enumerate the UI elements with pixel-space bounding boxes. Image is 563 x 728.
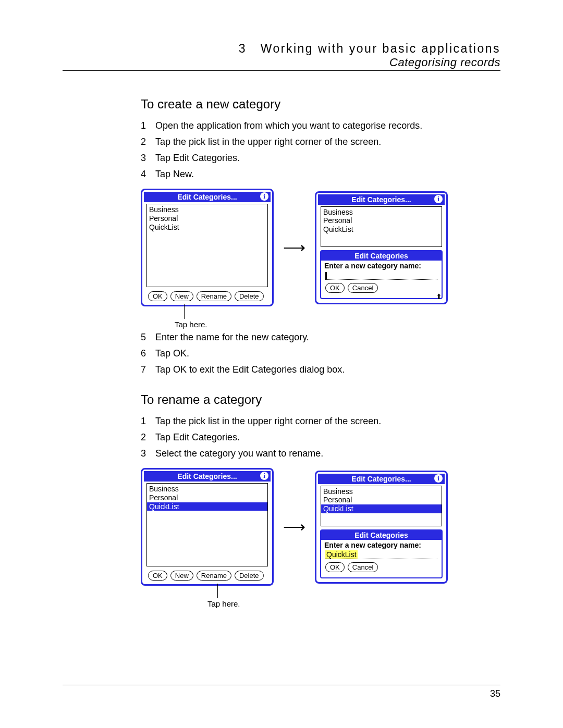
palm-title: Edit Categories... i — [144, 471, 271, 482]
delete-button[interactable]: Delete — [235, 571, 264, 581]
ok-button[interactable]: OK — [148, 571, 167, 581]
rename-button[interactable]: Rename — [197, 571, 231, 581]
step-text: Tap OK. — [155, 347, 189, 361]
subdialog-prompt: Enter a new category name: — [321, 540, 442, 549]
step-text: Enter the name for the new category. — [155, 330, 309, 344]
list-item[interactable]: Business — [323, 487, 439, 496]
list-item[interactable]: Business — [149, 485, 265, 493]
delete-button[interactable]: Delete — [235, 291, 264, 301]
info-icon[interactable]: i — [260, 472, 268, 480]
category-name-input[interactable] — [325, 271, 437, 280]
caption-line-1: Tap here. — [141, 310, 500, 330]
content-body: To create a new category 1Open the appli… — [141, 97, 500, 610]
steps-create-1: 1Open the application from which you wan… — [141, 119, 500, 181]
info-icon[interactable]: i — [260, 192, 268, 201]
palm-title: Edit Categories... i — [318, 194, 445, 205]
palm-title: Edit Categories... i — [144, 192, 271, 202]
caption-line-2: Tap here. — [141, 589, 500, 610]
ok-button[interactable]: OK — [325, 283, 345, 293]
palm-dialog-left-1: Edit Categories... i Business Personal Q… — [141, 189, 274, 306]
list-item[interactable]: QuickList — [323, 225, 439, 234]
ok-button[interactable]: OK — [148, 291, 167, 301]
caption-tap-here: Tap here. — [207, 599, 240, 608]
steps-create-2: 5Enter the name for the new category. 6T… — [141, 330, 500, 377]
caption-tap-here: Tap here. — [175, 320, 207, 329]
step-text: Tap Edit Categories. — [155, 430, 240, 445]
category-list[interactable]: Business Personal QuickList — [146, 483, 268, 566]
list-item-selected[interactable]: QuickList — [147, 502, 267, 511]
subdialog-title: Edit Categories — [321, 251, 442, 261]
arrow-right-icon: ⟶ — [283, 240, 305, 255]
new-button[interactable]: New — [170, 291, 193, 301]
chapter-subtitle: Categorising records — [63, 56, 500, 69]
palm-subdialog: Edit Categories Enter a new category nam… — [320, 250, 443, 299]
step-text: Tap New. — [155, 167, 194, 181]
info-icon[interactable]: i — [434, 474, 443, 483]
list-item[interactable]: Personal — [149, 214, 265, 223]
chapter-number: 3 — [239, 42, 247, 55]
step-text: Tap the pick list in the upper right cor… — [155, 135, 381, 149]
info-icon[interactable]: i — [434, 195, 443, 203]
subdialog-title: Edit Categories — [321, 530, 442, 540]
step-text: Open the application from which you want… — [155, 119, 422, 133]
rename-button[interactable]: Rename — [197, 291, 231, 301]
category-list[interactable]: Business Personal QuickList — [321, 206, 442, 247]
ok-button[interactable]: OK — [325, 562, 345, 572]
chapter-title: Working with your basic applications — [261, 42, 500, 55]
steps-rename: 1Tap the pick list in the upper right co… — [141, 414, 500, 461]
step-text: Tap Edit Categories. — [155, 151, 240, 165]
section-heading-rename: To rename a category — [141, 392, 500, 407]
shift-indicator-icon: ⬆ — [436, 292, 442, 301]
category-name-input[interactable]: QuickList — [325, 550, 437, 559]
category-list[interactable]: Business Personal QuickList — [321, 486, 442, 526]
palm-title: Edit Categories... i — [318, 474, 445, 484]
list-item[interactable]: Personal — [323, 496, 439, 504]
palm-dialog-right-1: Edit Categories... i Business Personal Q… — [315, 191, 448, 304]
category-list[interactable]: Business Personal QuickList — [146, 204, 268, 287]
subdialog-prompt: Enter a new category name: — [321, 261, 442, 270]
cancel-button[interactable]: Cancel — [348, 562, 378, 572]
step-text: Tap OK to exit the Edit Categories dialo… — [155, 363, 345, 377]
new-button[interactable]: New — [170, 571, 193, 581]
palm-dialog-right-2: Edit Categories... i Business Personal Q… — [315, 471, 448, 584]
list-item[interactable]: Business — [149, 205, 265, 214]
figure-row-2: Edit Categories... i Business Personal Q… — [141, 468, 500, 586]
page-header: 3 Working with your basic applications C… — [63, 42, 500, 71]
list-item[interactable]: Business — [323, 208, 439, 217]
step-text: Select the category you want to rename. — [155, 447, 323, 461]
step-text: Tap the pick list in the upper right cor… — [155, 414, 381, 428]
cancel-button[interactable]: Cancel — [348, 283, 378, 293]
figure-row-1: Edit Categories... i Business Personal Q… — [141, 189, 500, 306]
arrow-right-icon: ⟶ — [283, 519, 305, 535]
palm-dialog-left-2: Edit Categories... i Business Personal Q… — [141, 468, 274, 586]
list-item[interactable]: Personal — [323, 216, 439, 225]
list-item[interactable]: QuickList — [149, 223, 265, 232]
list-item[interactable]: Personal — [149, 493, 265, 502]
list-item-selected[interactable]: QuickList — [321, 504, 442, 513]
chapter-line: 3 Working with your basic applications — [63, 42, 500, 56]
palm-subdialog: Edit Categories Enter a new category nam… — [320, 529, 443, 578]
page-number: 35 — [63, 685, 500, 699]
section-heading-create: To create a new category — [141, 97, 500, 112]
